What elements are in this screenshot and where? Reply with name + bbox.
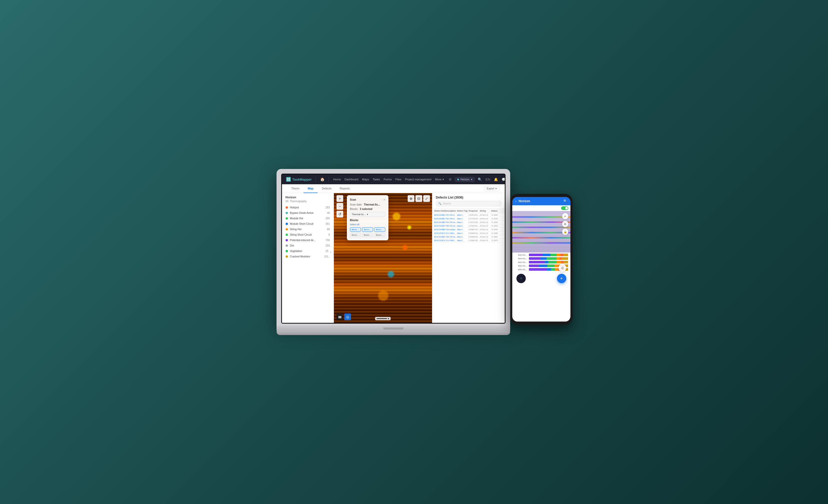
table-row[interactable]: B3-I5-SC8B6-T26-hotspot https://... 3.50… [432, 228, 505, 232]
block-chip-1[interactable]: Block-... [362, 227, 373, 232]
defect-row-lat-0: 71.3944 [491, 214, 503, 216]
nav-home[interactable]: Home [333, 178, 341, 181]
map-controls-left: + − ↺ [336, 195, 343, 217]
sidebar-collapse-button[interactable]: ‹ [328, 247, 333, 257]
table-row[interactable]: B3-I5-SC8B1-T26-Y06-hotspot https://... … [432, 235, 505, 239]
block-chip-3[interactable]: Block-... [350, 233, 361, 237]
home-icon[interactable]: 🏠 [320, 177, 325, 181]
defects-header: Defects List (3936) 🔍 Search [432, 193, 505, 209]
nav-dashboard[interactable]: Dashboard [344, 178, 359, 181]
defect-item-4[interactable]: String Hot 86 [282, 226, 334, 232]
defect-item-1[interactable]: Bypass Diode Active 46 [282, 210, 334, 216]
nav-forms[interactable]: Forms [384, 178, 392, 181]
table-row[interactable]: B3-I5-SC8B1-T02-Y04-Hotspot https://... … [432, 213, 505, 217]
hotspot-marker [388, 271, 394, 278]
select-all-button[interactable]: Select all [350, 223, 385, 226]
phone-bar-seg-1-1 [541, 257, 546, 260]
search-icon[interactable]: 🔍 [477, 177, 483, 182]
phone-settings-button[interactable]: ⚙ [562, 221, 568, 227]
defect-row-val-6: 3.50688 B3-I5-SC8B1-T26-Y06-U124 [468, 236, 480, 238]
defect-item-3[interactable]: Module Short Circuit 391 [282, 221, 334, 226]
table-row[interactable]: B3-I5-SC8B7-T08-Y01-hotspot https://... … [432, 224, 505, 228]
defect-dot-6 [286, 239, 288, 241]
phone-fab-button[interactable]: + [557, 274, 566, 283]
topbar-right: ⚙ Horizon ▾ 🔍 EN 🔔 💬 A ▾ [448, 176, 505, 182]
block-chip-2[interactable]: Block-... [374, 227, 385, 232]
location-button[interactable]: ⊕ [408, 195, 414, 202]
scan-date-label: Scan date: [350, 203, 363, 206]
map-layer-button[interactable] [336, 313, 343, 320]
defect-dot-7 [286, 245, 288, 247]
scan-date-select[interactable]: Thermal-Sc... ▾ [350, 212, 385, 217]
blocks-section-label: Blocks [350, 219, 385, 222]
svg-rect-0 [287, 178, 288, 179]
phone-lock-button[interactable]: 🔒 [562, 228, 568, 235]
defects-search[interactable]: 🔍 Search [436, 201, 501, 206]
hotspot-marker [392, 213, 400, 220]
defect-dot-3 [286, 223, 288, 225]
table-row[interactable]: B3-I5-SC8B1-T02-Y04-Hotspot https://... … [432, 217, 505, 221]
phone-layers-button[interactable]: ≡ [562, 213, 568, 219]
export-button[interactable]: Export ▾ [484, 186, 500, 191]
phone-bar-seg-2-5 [564, 261, 568, 263]
defect-label-3: Module Short Circuit [290, 222, 324, 225]
defect-row-status-0: 29 Nov-23 [480, 214, 491, 216]
nav-files[interactable]: Files [396, 178, 402, 181]
more-button[interactable]: More ▾ [435, 178, 444, 181]
tab-therm[interactable]: Therm [287, 184, 304, 193]
phone-search-icon[interactable]: 🔍 [564, 199, 567, 203]
language-label[interactable]: EN [485, 177, 491, 182]
tab-reports-label: Reports [340, 187, 350, 190]
defect-row-tag-7: https://... [457, 240, 468, 241]
scan-panel-minimize[interactable]: − [381, 198, 382, 201]
hotspot-marker [403, 245, 408, 250]
phone-multi-bar-2 [529, 261, 568, 263]
defect-row-lat-6: 71.3981 [491, 236, 503, 238]
block-chip-0[interactable]: Block-... [350, 227, 361, 232]
defect-item-6[interactable]: Potential-induced de... 796 [282, 238, 334, 243]
table-row[interactable]: B3-I5-SC8C1-T11-Y08-hotspot https://... … [432, 232, 505, 235]
phone-map-bg [512, 211, 571, 253]
phone-bar-seg-4-0 [529, 268, 546, 271]
expand-button[interactable]: ⤢ [423, 195, 430, 202]
map-circle-button[interactable]: ◎ [344, 313, 351, 320]
defect-row-tag-4: https://... [457, 228, 468, 230]
defect-item-8[interactable]: Vegetation 257 [282, 248, 334, 254]
table-row[interactable]: B3-I5-SC8B5-T06-Y04-hotspot https://... … [432, 221, 505, 224]
nav-maps[interactable]: Maps [362, 178, 369, 181]
chat-icon[interactable]: 💬 [501, 177, 505, 182]
tab-reports[interactable]: Reports [336, 184, 354, 193]
nav-project-management[interactable]: Project management [405, 178, 431, 181]
nav-tasks[interactable]: Tasks [373, 178, 380, 181]
defect-item-0[interactable]: Hotspot 283 [282, 205, 334, 210]
phone-bar-label-3: B02-I01... [514, 265, 527, 267]
sidebar-section: 09. Thermography [282, 200, 334, 205]
defect-item-5[interactable]: String Short Circuit 8 [282, 232, 334, 238]
reset-button[interactable]: ↺ [336, 211, 343, 217]
defect-count-3: 391 [326, 222, 330, 225]
block-chip-4[interactable]: Block-... [362, 233, 373, 237]
more-label: More [435, 178, 442, 181]
phone-toggle[interactable] [561, 206, 568, 210]
zoom-out-button[interactable]: − [336, 203, 343, 210]
phone-location-button[interactable]: ◎ [558, 264, 566, 272]
defect-item-2[interactable]: Module Hot 295 [282, 216, 334, 221]
map-controls-top-right: ⊕ ⊟ ⤢ [408, 195, 430, 202]
scan-panel-close[interactable]: ✕ [383, 198, 385, 201]
defect-dot-4 [286, 228, 288, 230]
table-row[interactable]: B3-I5-SC8C1-T11-Y08-hotspot https://... … [432, 239, 505, 242]
defect-item-9[interactable]: Cracked Modules 1519 [282, 254, 334, 259]
zoom-in-button[interactable]: + [336, 195, 343, 202]
settings-icon[interactable]: ⚙ [448, 177, 452, 182]
tab-defects[interactable]: Defects [318, 184, 335, 193]
filter-button[interactable]: ⊟ [415, 195, 422, 202]
defect-item-7[interactable]: Dirt 255 [282, 243, 334, 248]
horizon-select[interactable]: Horizon ▾ [455, 177, 474, 182]
phone-back-button[interactable]: ‹ [515, 199, 517, 203]
col-tag: Defect Tag [457, 210, 468, 212]
tab-map[interactable]: Map [303, 184, 318, 193]
defect-row-lat-1: 71.3935 [491, 218, 503, 219]
bell-icon[interactable]: 🔔 [493, 177, 498, 182]
phone-bar-label-2: B02-I01... [514, 261, 527, 263]
block-chip-5[interactable]: Block-... [374, 233, 385, 237]
